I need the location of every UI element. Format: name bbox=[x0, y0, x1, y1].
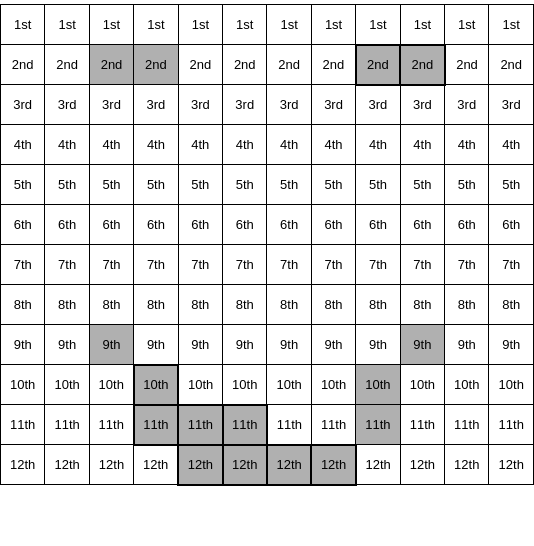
cell-6-7[interactable]: 7th bbox=[311, 245, 355, 285]
cell-3-3[interactable]: 4th bbox=[134, 125, 178, 165]
cell-11-6[interactable]: 12th bbox=[267, 445, 311, 485]
cell-0-4[interactable]: 1st bbox=[178, 5, 222, 45]
cell-1-8[interactable]: 2nd bbox=[356, 45, 400, 85]
cell-10-6[interactable]: 11th bbox=[267, 405, 311, 445]
cell-10-10[interactable]: 11th bbox=[445, 405, 489, 445]
cell-6-10[interactable]: 7th bbox=[445, 245, 489, 285]
cell-5-11[interactable]: 6th bbox=[489, 205, 534, 245]
cell-4-11[interactable]: 5th bbox=[489, 165, 534, 205]
cell-9-5[interactable]: 10th bbox=[223, 365, 267, 405]
cell-3-2[interactable]: 4th bbox=[89, 125, 133, 165]
cell-7-5[interactable]: 8th bbox=[223, 285, 267, 325]
cell-8-7[interactable]: 9th bbox=[311, 325, 355, 365]
cell-9-8[interactable]: 10th bbox=[356, 365, 400, 405]
cell-10-8[interactable]: 11th bbox=[356, 405, 400, 445]
cell-8-8[interactable]: 9th bbox=[356, 325, 400, 365]
cell-0-2[interactable]: 1st bbox=[89, 5, 133, 45]
cell-6-6[interactable]: 7th bbox=[267, 245, 311, 285]
cell-11-8[interactable]: 12th bbox=[356, 445, 400, 485]
cell-7-0[interactable]: 8th bbox=[1, 285, 45, 325]
cell-7-6[interactable]: 8th bbox=[267, 285, 311, 325]
cell-9-1[interactable]: 10th bbox=[45, 365, 89, 405]
cell-3-4[interactable]: 4th bbox=[178, 125, 222, 165]
cell-5-6[interactable]: 6th bbox=[267, 205, 311, 245]
cell-8-6[interactable]: 9th bbox=[267, 325, 311, 365]
cell-3-10[interactable]: 4th bbox=[445, 125, 489, 165]
cell-6-0[interactable]: 7th bbox=[1, 245, 45, 285]
cell-0-7[interactable]: 1st bbox=[311, 5, 355, 45]
cell-11-2[interactable]: 12th bbox=[89, 445, 133, 485]
cell-3-11[interactable]: 4th bbox=[489, 125, 534, 165]
cell-8-10[interactable]: 9th bbox=[445, 325, 489, 365]
cell-11-10[interactable]: 12th bbox=[445, 445, 489, 485]
cell-9-11[interactable]: 10th bbox=[489, 365, 534, 405]
cell-4-2[interactable]: 5th bbox=[89, 165, 133, 205]
cell-10-5[interactable]: 11th bbox=[223, 405, 267, 445]
cell-4-0[interactable]: 5th bbox=[1, 165, 45, 205]
cell-9-10[interactable]: 10th bbox=[445, 365, 489, 405]
cell-4-7[interactable]: 5th bbox=[311, 165, 355, 205]
cell-0-0[interactable]: 1st bbox=[1, 5, 45, 45]
cell-11-3[interactable]: 12th bbox=[134, 445, 178, 485]
cell-2-11[interactable]: 3rd bbox=[489, 85, 534, 125]
cell-1-5[interactable]: 2nd bbox=[223, 45, 267, 85]
cell-1-1[interactable]: 2nd bbox=[45, 45, 89, 85]
cell-5-0[interactable]: 6th bbox=[1, 205, 45, 245]
cell-10-9[interactable]: 11th bbox=[400, 405, 444, 445]
cell-4-5[interactable]: 5th bbox=[223, 165, 267, 205]
cell-10-4[interactable]: 11th bbox=[178, 405, 222, 445]
cell-11-1[interactable]: 12th bbox=[45, 445, 89, 485]
cell-2-3[interactable]: 3rd bbox=[134, 85, 178, 125]
cell-7-7[interactable]: 8th bbox=[311, 285, 355, 325]
cell-7-8[interactable]: 8th bbox=[356, 285, 400, 325]
cell-4-1[interactable]: 5th bbox=[45, 165, 89, 205]
cell-5-1[interactable]: 6th bbox=[45, 205, 89, 245]
cell-11-0[interactable]: 12th bbox=[1, 445, 45, 485]
cell-9-2[interactable]: 10th bbox=[89, 365, 133, 405]
cell-2-4[interactable]: 3rd bbox=[178, 85, 222, 125]
cell-8-0[interactable]: 9th bbox=[1, 325, 45, 365]
cell-7-9[interactable]: 8th bbox=[400, 285, 444, 325]
cell-0-5[interactable]: 1st bbox=[223, 5, 267, 45]
cell-2-0[interactable]: 3rd bbox=[1, 85, 45, 125]
cell-10-11[interactable]: 11th bbox=[489, 405, 534, 445]
cell-10-0[interactable]: 11th bbox=[1, 405, 45, 445]
cell-9-4[interactable]: 10th bbox=[178, 365, 222, 405]
cell-6-2[interactable]: 7th bbox=[89, 245, 133, 285]
cell-9-3[interactable]: 10th bbox=[134, 365, 178, 405]
cell-6-11[interactable]: 7th bbox=[489, 245, 534, 285]
cell-2-8[interactable]: 3rd bbox=[356, 85, 400, 125]
cell-0-6[interactable]: 1st bbox=[267, 5, 311, 45]
cell-9-9[interactable]: 10th bbox=[400, 365, 444, 405]
cell-1-3[interactable]: 2nd bbox=[134, 45, 178, 85]
cell-1-6[interactable]: 2nd bbox=[267, 45, 311, 85]
cell-4-3[interactable]: 5th bbox=[134, 165, 178, 205]
cell-0-1[interactable]: 1st bbox=[45, 5, 89, 45]
cell-10-1[interactable]: 11th bbox=[45, 405, 89, 445]
cell-7-10[interactable]: 8th bbox=[445, 285, 489, 325]
cell-6-5[interactable]: 7th bbox=[223, 245, 267, 285]
cell-7-11[interactable]: 8th bbox=[489, 285, 534, 325]
cell-7-3[interactable]: 8th bbox=[134, 285, 178, 325]
cell-8-9[interactable]: 9th bbox=[400, 325, 444, 365]
cell-1-2[interactable]: 2nd bbox=[89, 45, 133, 85]
cell-6-3[interactable]: 7th bbox=[134, 245, 178, 285]
cell-10-3[interactable]: 11th bbox=[134, 405, 178, 445]
cell-7-4[interactable]: 8th bbox=[178, 285, 222, 325]
cell-2-10[interactable]: 3rd bbox=[445, 85, 489, 125]
cell-4-6[interactable]: 5th bbox=[267, 165, 311, 205]
cell-3-1[interactable]: 4th bbox=[45, 125, 89, 165]
cell-8-11[interactable]: 9th bbox=[489, 325, 534, 365]
cell-1-7[interactable]: 2nd bbox=[311, 45, 355, 85]
cell-1-9[interactable]: 2nd bbox=[400, 45, 444, 85]
cell-11-4[interactable]: 12th bbox=[178, 445, 222, 485]
cell-6-9[interactable]: 7th bbox=[400, 245, 444, 285]
cell-3-8[interactable]: 4th bbox=[356, 125, 400, 165]
cell-11-5[interactable]: 12th bbox=[223, 445, 267, 485]
cell-9-7[interactable]: 10th bbox=[311, 365, 355, 405]
cell-11-11[interactable]: 12th bbox=[489, 445, 534, 485]
cell-4-10[interactable]: 5th bbox=[445, 165, 489, 205]
cell-5-10[interactable]: 6th bbox=[445, 205, 489, 245]
cell-8-3[interactable]: 9th bbox=[134, 325, 178, 365]
cell-1-11[interactable]: 2nd bbox=[489, 45, 534, 85]
